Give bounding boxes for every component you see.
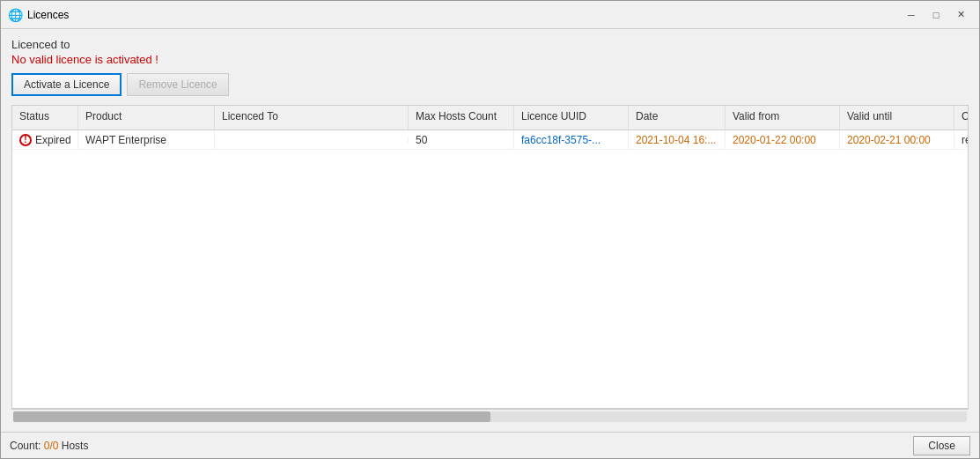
col-header-max-hosts: Max Hosts Count bbox=[409, 106, 514, 130]
col-header-date: Date bbox=[629, 106, 726, 130]
close-button[interactable]: Close bbox=[913, 436, 970, 455]
no-valid-licence-text: No valid licence is activated ! bbox=[11, 53, 969, 66]
cell-co: re... bbox=[954, 131, 968, 149]
cell-status: ! Expired bbox=[12, 131, 78, 149]
col-header-co: Co bbox=[954, 106, 969, 130]
expired-icon: ! bbox=[19, 134, 32, 146]
minimize-button[interactable]: ─ bbox=[900, 5, 923, 25]
cell-status-text: Expired bbox=[35, 134, 71, 146]
col-header-valid-from: Valid from bbox=[726, 106, 840, 130]
count-value: 0/0 bbox=[44, 440, 59, 452]
remove-licence-button[interactable]: Remove Licence bbox=[127, 73, 228, 96]
window-title: Licences bbox=[27, 9, 900, 21]
table-row[interactable]: ! Expired WAPT Enterprise 50 fa6cc18f-35… bbox=[12, 130, 968, 150]
cell-max-hosts: 50 bbox=[409, 131, 514, 149]
cell-date: 2021-10-04 16:... bbox=[629, 131, 726, 149]
cell-uuid: fa6cc18f-3575-... bbox=[514, 131, 629, 149]
cell-valid-from: 2020-01-22 00:00 bbox=[726, 131, 840, 149]
activate-licence-button[interactable]: Activate a Licence bbox=[11, 73, 122, 96]
horizontal-scrollbar[interactable] bbox=[11, 409, 969, 423]
window-icon: 🌐 bbox=[8, 8, 22, 22]
cell-valid-until: 2020-02-21 00:00 bbox=[840, 131, 954, 149]
col-header-status: Status bbox=[12, 106, 78, 130]
status-bar: Count: 0/0 Hosts Close bbox=[1, 432, 979, 458]
window-controls: ─ □ ✕ bbox=[900, 5, 972, 25]
main-window: 🌐 Licences ─ □ ✕ Licenced to No valid li… bbox=[0, 0, 980, 459]
col-header-valid-until: Valid until bbox=[840, 106, 954, 130]
scrollbar-thumb[interactable] bbox=[13, 411, 490, 422]
table-header: Status Product Licenced To Max Hosts Cou… bbox=[12, 106, 968, 130]
col-header-uuid: Licence UUID bbox=[514, 106, 629, 130]
content-area: Licenced to No valid licence is activate… bbox=[1, 29, 979, 432]
col-header-licenced-to: Licenced To bbox=[215, 106, 409, 130]
col-header-product: Product bbox=[78, 106, 215, 130]
toolbar: Activate a Licence Remove Licence bbox=[11, 73, 969, 96]
window-close-button[interactable]: ✕ bbox=[949, 5, 972, 25]
title-bar: 🌐 Licences ─ □ ✕ bbox=[1, 1, 979, 29]
maximize-button[interactable]: □ bbox=[925, 5, 947, 25]
cell-licenced-to bbox=[215, 137, 409, 143]
count-label: Count: bbox=[10, 440, 44, 452]
licences-table: Status Product Licenced To Max Hosts Cou… bbox=[11, 105, 969, 409]
scrollbar-track bbox=[13, 411, 967, 422]
count-suffix: Hosts bbox=[58, 440, 88, 452]
cell-product: WAPT Enterprise bbox=[78, 131, 215, 149]
status-count: Count: 0/0 Hosts bbox=[10, 439, 88, 452]
table-body: ! Expired WAPT Enterprise 50 fa6cc18f-35… bbox=[12, 130, 968, 408]
licenced-to-label: Licenced to bbox=[11, 38, 969, 51]
